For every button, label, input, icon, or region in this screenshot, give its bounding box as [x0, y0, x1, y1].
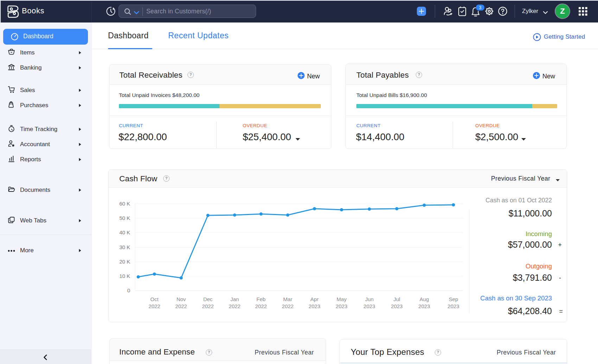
- svg-text:Jun: Jun: [365, 296, 374, 302]
- svg-text:-: -: [559, 274, 561, 281]
- svg-text:Outgoing: Outgoing: [526, 262, 552, 270]
- svg-text:Dec: Dec: [203, 296, 213, 302]
- svg-text:$3,791.60: $3,791.60: [513, 273, 552, 282]
- svg-text:10 K: 10 K: [119, 273, 130, 279]
- svg-text:Incoming: Incoming: [526, 230, 552, 238]
- svg-text:2023: 2023: [447, 303, 459, 309]
- svg-text:50 K: 50 K: [119, 215, 130, 221]
- svg-text:2023: 2023: [363, 303, 375, 309]
- svg-text:Cash as on 01 Oct 2022: Cash as on 01 Oct 2022: [485, 197, 552, 204]
- svg-text:2023: 2023: [418, 303, 430, 309]
- svg-text:$57,000.00: $57,000.00: [508, 240, 552, 249]
- svg-text:2022: 2022: [282, 303, 293, 309]
- svg-text:Nov: Nov: [177, 296, 186, 302]
- svg-text:60 K: 60 K: [119, 201, 130, 207]
- svg-text:Sep: Sep: [449, 296, 458, 302]
- svg-text:$64,208.40: $64,208.40: [508, 306, 552, 316]
- svg-text:Oct: Oct: [150, 296, 159, 302]
- svg-text:Aug: Aug: [420, 296, 429, 302]
- svg-text:2023: 2023: [391, 303, 402, 309]
- svg-text:Jan: Jan: [230, 296, 239, 302]
- svg-text:2023: 2023: [308, 303, 320, 309]
- svg-text:May: May: [337, 296, 347, 302]
- svg-text:Apr: Apr: [310, 296, 318, 302]
- svg-text:2022: 2022: [229, 303, 240, 309]
- svg-text:Cash as on 30 Sep 2023: Cash as on 30 Sep 2023: [480, 294, 552, 302]
- svg-text:3: 3: [479, 5, 482, 10]
- svg-text:Mar: Mar: [283, 296, 292, 302]
- svg-text:2023: 2023: [336, 303, 347, 309]
- svg-text:Jul: Jul: [393, 296, 400, 302]
- svg-text:20 K: 20 K: [119, 259, 130, 265]
- svg-text:2022: 2022: [175, 303, 187, 309]
- svg-text:$11,000.00: $11,000.00: [509, 208, 552, 218]
- svg-text:Feb: Feb: [256, 296, 266, 302]
- svg-text:2022: 2022: [202, 303, 214, 309]
- svg-text:0: 0: [127, 287, 130, 293]
- svg-text:2022: 2022: [255, 303, 267, 309]
- svg-text:40 K: 40 K: [119, 229, 130, 235]
- svg-text:30 K: 30 K: [119, 244, 130, 250]
- svg-text:+: +: [558, 241, 562, 248]
- svg-text:2022: 2022: [148, 303, 160, 309]
- svg-text:=: =: [559, 308, 563, 315]
